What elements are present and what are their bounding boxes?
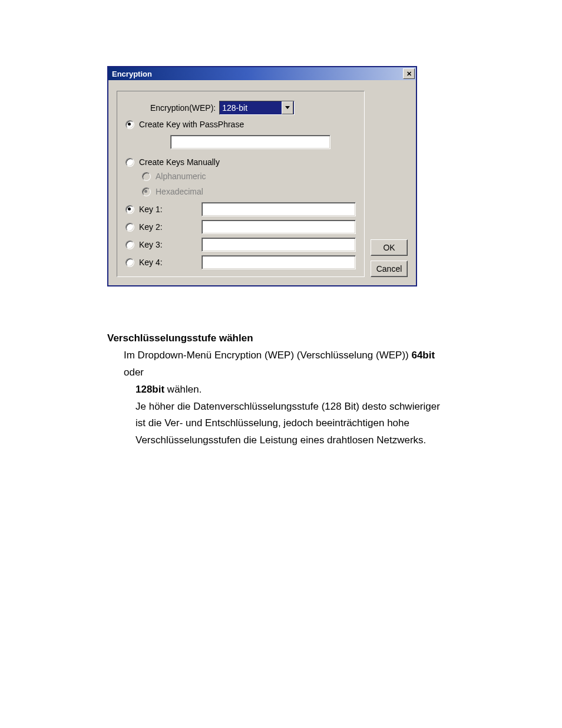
encryption-dropdown[interactable]: 128-bit xyxy=(219,101,295,115)
encryption-value: 128-bit xyxy=(220,101,281,114)
radio-alpha-label: Alphanumeric xyxy=(156,172,206,181)
titlebar[interactable]: Encryption ✕ xyxy=(108,67,416,80)
key1-input[interactable] xyxy=(201,202,356,216)
svg-marker-0 xyxy=(285,106,290,109)
cancel-button[interactable]: Cancel xyxy=(371,261,408,277)
radio-key4[interactable] xyxy=(125,258,134,267)
doc-heading: Verschlüsselungsstufe wählen xyxy=(107,330,455,347)
key3-label: Key 3: xyxy=(139,240,173,249)
key2-label: Key 2: xyxy=(139,222,173,232)
chevron-down-icon[interactable] xyxy=(282,101,293,114)
doc-para2-l2: ist die Ver- und Entschlüsselung, jedoch… xyxy=(135,415,455,432)
key3-input[interactable] xyxy=(201,238,356,252)
radio-key3[interactable] xyxy=(125,241,134,249)
doc-para2-l3: Verschlüsselungsstufen die Leistung eine… xyxy=(135,432,455,449)
key1-label: Key 1: xyxy=(139,205,173,214)
dialog-title: Encryption xyxy=(112,70,152,78)
radio-key1[interactable] xyxy=(125,205,134,214)
radio-passphrase[interactable] xyxy=(125,120,134,129)
doc-line1: Im Dropdown-Menü Encryption (WEP) (Versc… xyxy=(124,347,455,381)
radio-hex xyxy=(142,187,151,196)
doc-line2: 128bit wählen. xyxy=(135,381,455,398)
radio-manual[interactable] xyxy=(125,158,134,167)
radio-hex-label: Hexadecimal xyxy=(156,187,203,196)
doc-para2-l1: Je höher die Datenverschlüsselungsstufe … xyxy=(135,398,455,416)
dialog-panel: Encryption(WEP): 128-bit Create Key with… xyxy=(117,91,365,277)
key2-input[interactable] xyxy=(201,220,356,234)
radio-key2[interactable] xyxy=(125,223,134,232)
key4-input[interactable] xyxy=(201,255,356,269)
radio-alpha xyxy=(142,172,151,181)
radio-passphrase-label: Create Key with PassPhrase xyxy=(139,120,244,129)
document-text: Verschlüsselungsstufe wählen Im Dropdown… xyxy=(107,330,455,449)
passphrase-input[interactable] xyxy=(170,135,330,149)
encryption-dialog: Encryption ✕ Encryption(WEP): 128-bit Cr… xyxy=(107,66,417,286)
close-icon[interactable]: ✕ xyxy=(403,68,415,79)
encryption-label: Encryption(WEP): xyxy=(150,103,216,113)
radio-manual-label: Create Keys Manually xyxy=(139,157,220,167)
key4-label: Key 4: xyxy=(139,258,173,267)
ok-button[interactable]: OK xyxy=(371,239,408,256)
